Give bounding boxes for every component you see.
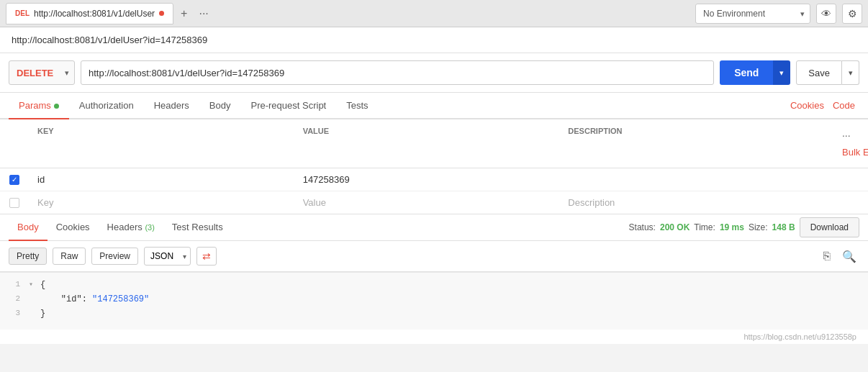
method-select-wrapper: DELETE — [9, 60, 75, 85]
row2-key-placeholder[interactable]: Key — [29, 191, 294, 214]
send-button[interactable]: Send — [720, 60, 773, 85]
line-arrow-3 — [29, 307, 40, 322]
row2-value-placeholder[interactable]: Value — [294, 191, 560, 214]
table-row: id 147258369 — [0, 168, 868, 191]
send-btn-group: Send ▾ — [720, 60, 790, 85]
response-tabs-bar: Body Cookies Headers (3) Test Results St… — [0, 214, 868, 241]
wrap-button[interactable]: ⇄ — [196, 247, 217, 266]
params-dot — [54, 104, 59, 109]
col-actions-header: ··· Bulk Edit — [825, 124, 868, 163]
tab-bar: DEL http://localhost:8081/v1/delUser + ·… — [0, 0, 868, 27]
line-content-3: } — [40, 307, 868, 322]
line-num-1: 1 — [0, 278, 29, 293]
line-num-2: 2 — [0, 293, 29, 307]
code-link[interactable]: Code — [828, 93, 859, 118]
wrap-icon: ⇄ — [202, 250, 211, 262]
env-select[interactable]: No Environment — [695, 4, 810, 24]
code-area: 1 ▾ { 2 "id": "147258369" 3 } — [0, 272, 868, 330]
row1-value[interactable]: 147258369 — [294, 168, 560, 191]
resp-tab-cookies[interactable]: Cookies — [48, 214, 99, 241]
code-line-2: 2 "id": "147258369" — [0, 293, 868, 307]
send-dropdown-button[interactable]: ▾ — [773, 60, 790, 85]
resp-tab-headers[interactable]: Headers (3) — [99, 214, 163, 241]
eye-icon: 👁 — [821, 8, 831, 19]
row1-description[interactable] — [559, 168, 825, 191]
url-input[interactable] — [81, 60, 714, 85]
settings-icon-button[interactable]: ⚙ — [842, 4, 862, 24]
resp-status-bar: Status: 200 OK Time: 19 ms Size: 148 B D… — [629, 217, 859, 237]
col-description-header: DESCRIPTION — [559, 124, 825, 163]
code-line-1: 1 ▾ { — [0, 278, 868, 293]
row2-checkbox[interactable] — [0, 191, 29, 214]
resp-tab-body[interactable]: Body — [9, 214, 48, 241]
env-area: No Environment 👁 ⚙ — [695, 4, 862, 24]
tab-prerequest[interactable]: Pre-request Script — [240, 93, 336, 119]
line-num-3: 3 — [0, 307, 29, 322]
save-button[interactable]: Save — [796, 60, 842, 85]
format-select[interactable]: JSON — [144, 247, 191, 266]
col-value-header: VALUE — [294, 124, 560, 163]
format-select-wrapper: JSON — [144, 247, 191, 266]
tab-params[interactable]: Params — [9, 93, 69, 119]
tab-dot — [159, 11, 164, 16]
request-bar: DELETE Send ▾ Save ▾ — [0, 53, 868, 93]
code-line-3: 3 } — [0, 307, 868, 322]
response-area: Body Cookies Headers (3) Test Results St… — [0, 214, 868, 344]
json-value: "147258369" — [92, 294, 149, 304]
env-select-wrapper: No Environment — [695, 4, 810, 24]
request-tabs-nav: Params Authorization Headers Body Pre-re… — [0, 93, 868, 119]
save-btn-group: Save ▾ — [796, 60, 859, 85]
status-value: 200 OK — [660, 222, 690, 232]
row2-actions — [825, 191, 868, 214]
more-options-button[interactable]: ··· — [833, 127, 859, 144]
row1-key[interactable]: id — [29, 168, 294, 191]
search-icon-button[interactable]: 🔍 — [839, 250, 859, 263]
gear-icon: ⚙ — [848, 8, 857, 19]
table-row: Key Value Description — [0, 191, 868, 214]
preview-button[interactable]: Preview — [91, 248, 138, 265]
size-label: Size: — [749, 222, 768, 232]
url-display: http://localhost:8081/v1/delUser?id=1472… — [0, 27, 868, 53]
checkbox-unchecked[interactable] — [9, 198, 19, 208]
request-tab[interactable]: DEL http://localhost:8081/v1/delUser — [6, 3, 173, 24]
bulk-edit-button[interactable]: Bulk Edit — [833, 144, 868, 160]
line-arrow-2 — [29, 293, 40, 307]
row1-actions — [825, 168, 868, 191]
tab-authorization[interactable]: Authorization — [69, 93, 144, 119]
line-arrow-1: ▾ — [29, 278, 40, 293]
save-dropdown-button[interactable]: ▾ — [842, 60, 859, 85]
watermark: https://blog.csdn.net/u9123558p — [0, 330, 868, 344]
tab-tests[interactable]: Tests — [336, 93, 378, 119]
checkbox-checked[interactable] — [9, 175, 19, 185]
line-content-1: { — [40, 278, 868, 293]
time-value: 19 ms — [720, 222, 744, 232]
time-label: Time: — [694, 222, 715, 232]
cookies-link[interactable]: Cookies — [786, 93, 828, 118]
copy-icon: ⎘ — [823, 250, 831, 262]
line-content-2: "id": "147258369" — [40, 293, 868, 307]
tab-headers[interactable]: Headers — [144, 93, 199, 119]
pretty-button[interactable]: Pretty — [9, 248, 47, 265]
col-key-header: KEY — [29, 124, 294, 163]
status-label: Status: — [629, 222, 656, 232]
method-select[interactable]: DELETE — [9, 60, 75, 85]
raw-button[interactable]: Raw — [53, 248, 86, 265]
row1-checkbox[interactable] — [0, 168, 29, 191]
download-button[interactable]: Download — [800, 217, 859, 237]
search-icon: 🔍 — [842, 250, 856, 263]
params-header: KEY VALUE DESCRIPTION ··· Bulk Edit — [0, 119, 868, 168]
size-value: 148 B — [772, 222, 795, 232]
row2-description-placeholder[interactable]: Description — [559, 191, 825, 214]
tab-method-badge: DEL — [15, 9, 30, 17]
eye-icon-button[interactable]: 👁 — [816, 4, 836, 24]
resp-tab-test-results[interactable]: Test Results — [163, 214, 232, 241]
copy-icon-button[interactable]: ⎘ — [820, 250, 833, 263]
add-tab-button[interactable]: + — [176, 7, 191, 20]
col-checkbox — [0, 124, 29, 163]
tab-url: http://localhost:8081/v1/delUser — [34, 9, 155, 19]
json-key: "id" — [61, 294, 82, 304]
more-tabs-button[interactable]: ··· — [194, 7, 212, 20]
params-table: KEY VALUE DESCRIPTION ··· Bulk Edit id 1… — [0, 119, 868, 214]
body-toolbar: Pretty Raw Preview JSON ⇄ ⎘ 🔍 — [0, 241, 868, 272]
tab-body[interactable]: Body — [199, 93, 241, 119]
